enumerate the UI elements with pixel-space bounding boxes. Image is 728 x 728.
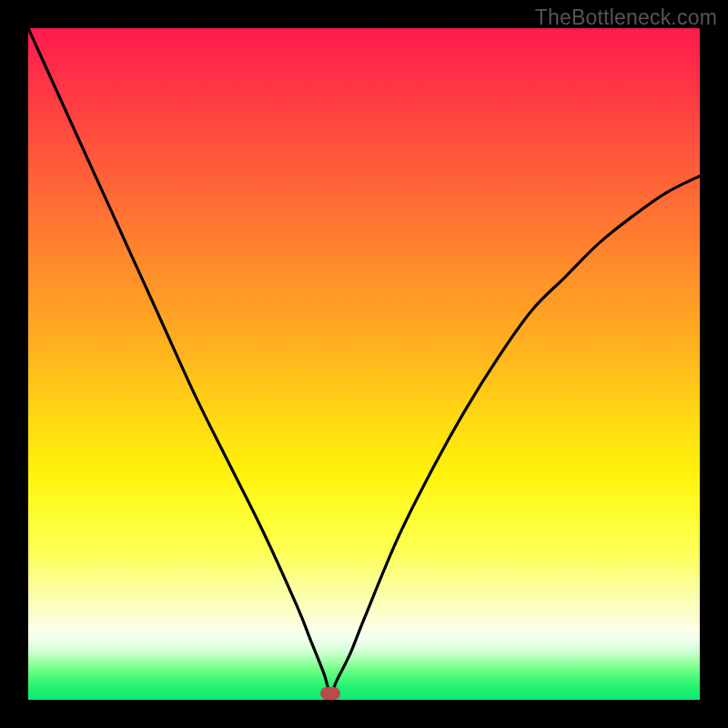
optimal-point-marker [320,687,340,700]
watermark-text: TheBottleneck.com [535,5,717,30]
plot-area [28,28,700,700]
bottleneck-curve [28,28,700,700]
chart-frame: TheBottleneck.com [0,0,728,728]
